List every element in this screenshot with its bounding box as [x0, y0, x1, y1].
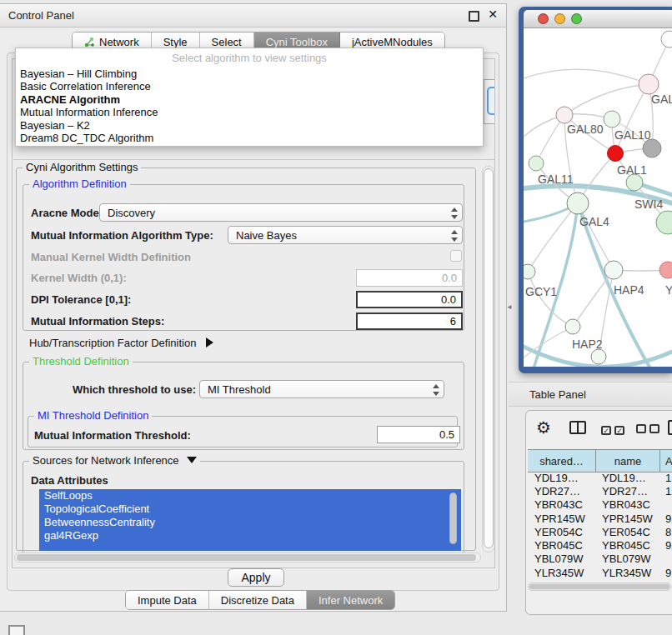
algorithm-option[interactable]: Mutual Information Inference — [16, 106, 483, 118]
network-node-label: GAL11 — [538, 172, 574, 186]
sources-group-title[interactable]: Sources for Network Inference — [29, 455, 200, 466]
focused-spinner-fragment[interactable] — [487, 87, 495, 115]
mi-threshold-label: Mutual Information Threshold: — [34, 429, 191, 442]
network-node-gal10[interactable] — [604, 111, 620, 128]
data-attributes-list[interactable]: SelfLoopsTopologicalCoefficientBetweenne… — [39, 489, 461, 551]
network-node-gray[interactable] — [643, 139, 661, 158]
splitter-collapse-icon[interactable]: ◄ — [506, 303, 513, 311]
table-cell: YER054C — [528, 526, 596, 538]
mi-threshold-field[interactable]: 0.5 — [377, 426, 460, 443]
attribute-list-item[interactable]: BetweennessCentrality — [39, 516, 461, 529]
settings-vertical-scrollbar[interactable] — [482, 166, 495, 552]
attribute-list-item[interactable]: gal4RGexp — [39, 529, 461, 542]
table-horizontal-scrollbar-thumb[interactable] — [529, 584, 669, 589]
kernel-width-field[interactable]: 0.0 — [356, 269, 463, 287]
data-attributes-label: Data Attributes — [31, 474, 108, 487]
manual-kernel-checkbox[interactable] — [450, 250, 462, 262]
aracne-mode-combo[interactable]: Discovery — [99, 203, 463, 222]
column-header-shared-name[interactable]: shared… — [528, 450, 596, 472]
algorithm-option[interactable]: ARACNE Algorithm — [16, 93, 483, 106]
combo-arrows-icon — [450, 230, 457, 242]
table-cell: YDL19… — [528, 472, 596, 484]
table-horizontal-scrollbar[interactable] — [528, 582, 671, 591]
network-node-gal80[interactable] — [556, 107, 573, 123]
mi-steps-field[interactable]: 6 — [356, 312, 463, 330]
table-row[interactable]: YER054CYER054C8. — [528, 525, 672, 538]
tab-label: Discretize Data — [221, 594, 294, 607]
which-threshold-label: Which threshold to use: — [73, 383, 196, 396]
network-node-gal1[interactable] — [626, 174, 643, 191]
tab-label: jActiveMNodules — [352, 36, 433, 48]
network-node-hap4[interactable] — [604, 261, 623, 279]
which-threshold-combo[interactable]: MI Threshold — [199, 380, 444, 398]
network-node-gcy1[interactable] — [524, 264, 535, 279]
settings-vertical-scrollbar-thumb[interactable] — [484, 168, 494, 548]
network-node-bottom[interactable] — [591, 349, 606, 364]
deselect-all-checkboxes-icon[interactable] — [636, 423, 663, 436]
network-canvas[interactable]: GAL7GAL80GAL10GAL1GAL11SWI4GAL4GCY1HAP4Y… — [524, 28, 672, 367]
float-icon[interactable] — [469, 11, 479, 22]
network-node-hap2[interactable] — [565, 319, 580, 334]
network-edge[interactable] — [573, 270, 614, 327]
table-row[interactable]: YBR043CYBR043C — [528, 498, 672, 512]
tab-infer-network[interactable]: Infer Network — [307, 591, 394, 609]
apply-button[interactable]: Apply — [228, 568, 284, 587]
network-node-gal11[interactable] — [529, 156, 544, 171]
table-row[interactable]: YDL19…YDL19…13 — [528, 471, 672, 484]
zoom-traffic-light[interactable] — [571, 13, 582, 24]
network-node-top[interactable] — [661, 31, 672, 48]
settings-horizontal-scrollbar[interactable] — [14, 552, 481, 562]
table-row[interactable]: YIL052CYIL052C9 — [528, 579, 672, 581]
network-graph[interactable]: GAL7GAL80GAL10GAL1GAL11SWI4GAL4GCY1HAP4Y… — [524, 28, 672, 367]
table-row[interactable]: YBL079WYBL079W — [528, 552, 672, 566]
attributes-list-scrollbar[interactable] — [449, 492, 457, 544]
table-icon[interactable] — [668, 420, 672, 435]
mi-threshold-value: 0.5 — [439, 428, 454, 441]
column-header-name[interactable]: name — [596, 450, 660, 472]
minimized-panel-chip[interactable] — [8, 625, 25, 635]
network-node-red[interactable] — [608, 146, 624, 162]
mi-steps-value: 6 — [450, 315, 456, 328]
table-row[interactable]: YLR345WYLR345W9. — [528, 566, 672, 579]
table-row[interactable]: YDR27…YDR27…12 — [528, 484, 672, 498]
algorithm-dropdown-popup: Select algorithm to view settings Bayesi… — [15, 48, 484, 147]
column-header-clipped[interactable]: A — [660, 450, 672, 472]
dpi-tolerance-field[interactable]: 0.0 — [356, 291, 463, 308]
minimize-traffic-light[interactable] — [554, 13, 565, 24]
table-panel-titlebar[interactable]: Table Panel — [509, 382, 672, 407]
network-edge[interactable] — [524, 69, 649, 84]
attribute-list-item[interactable]: TopologicalCoefficient — [39, 502, 461, 516]
split-pane-icon[interactable] — [569, 421, 586, 434]
hub-definition-expander[interactable]: Hub/Transcription Factor Definition — [29, 337, 213, 349]
select-all-checkboxes-icon[interactable]: ✓✓ — [601, 423, 628, 436]
network-node-label: Y — [665, 283, 672, 297]
table-cell: YBR045C — [596, 539, 660, 552]
network-node-gal4[interactable] — [567, 192, 589, 214]
network-node-label: GAL80 — [567, 122, 604, 136]
network-node-salmon[interactable] — [659, 262, 672, 278]
network-edge[interactable] — [564, 84, 649, 115]
tab-discretize-data[interactable]: Discretize Data — [209, 591, 307, 609]
kernel-width-label: Kernel Width (0,1): — [31, 272, 127, 284]
algorithm-option[interactable]: Bayesian – K2 — [16, 119, 483, 132]
network-window-titlebar[interactable] — [524, 10, 672, 28]
table-row[interactable]: YPR145WYPR145W9. — [528, 512, 672, 525]
close-traffic-light[interactable] — [538, 13, 549, 24]
network-node-gal7[interactable] — [639, 74, 659, 94]
tab-impute-data[interactable]: Impute Data — [126, 591, 209, 609]
table-body[interactable]: YDL19…YDL19…13YDR27…YDR27…12YBR043CYBR04… — [528, 471, 672, 581]
algorithm-option[interactable]: Bayesian – Hill Climbing — [16, 68, 483, 80]
control-panel-titlebar[interactable]: Control Panel ✕ — [0, 4, 506, 28]
algorithm-option[interactable]: Basic Correlation Inference — [16, 80, 483, 92]
attribute-list-item[interactable]: SelfLoops — [39, 489, 461, 502]
mi-type-combo[interactable]: Naive Bayes — [228, 226, 463, 244]
network-edge[interactable] — [578, 203, 614, 270]
network-node-label: SWI4 — [634, 198, 663, 211]
gear-icon[interactable]: ⚙ — [536, 418, 551, 438]
network-edge[interactable] — [524, 327, 573, 358]
table-row[interactable]: YBR045CYBR045C9. — [528, 538, 672, 552]
network-node-biggreen[interactable] — [656, 211, 672, 234]
close-icon[interactable]: ✕ — [488, 8, 498, 21]
settings-horizontal-scrollbar-thumb[interactable] — [17, 554, 476, 561]
algorithm-option[interactable]: Dream8 DC_TDC Algorithm — [16, 132, 483, 144]
